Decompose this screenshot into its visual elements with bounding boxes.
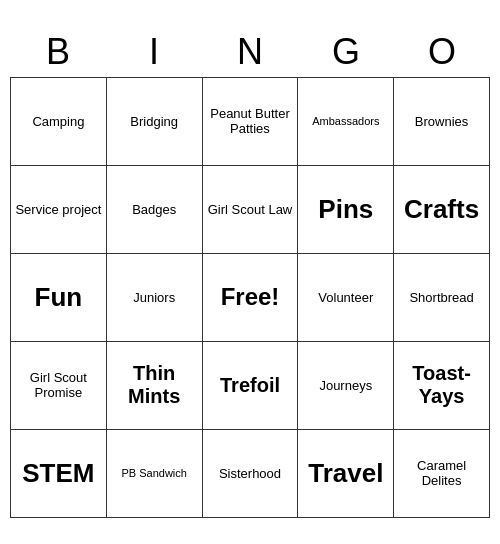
bingo-letter-n: N [206, 31, 294, 73]
grid-cell-1-4: Crafts [394, 165, 490, 253]
grid-cell-0-3: Ambassadors [298, 77, 394, 165]
grid-row-4: STEMPB SandwichSisterhoodTravelCaramel D… [11, 429, 490, 517]
bingo-card: BINGO CampingBridgingPeanut Butter Patti… [10, 27, 490, 518]
grid-cell-4-0: STEM [11, 429, 107, 517]
grid-cell-3-0: Girl Scout Promise [11, 341, 107, 429]
grid-cell-3-3: Journeys [298, 341, 394, 429]
bingo-header: BINGO [10, 27, 490, 77]
bingo-grid: CampingBridgingPeanut Butter PattiesAmba… [10, 77, 490, 518]
grid-cell-0-2: Peanut Butter Patties [202, 77, 298, 165]
grid-cell-1-1: Badges [106, 165, 202, 253]
grid-cell-2-3: Volunteer [298, 253, 394, 341]
grid-cell-1-0: Service project [11, 165, 107, 253]
grid-cell-1-2: Girl Scout Law [202, 165, 298, 253]
grid-cell-4-4: Caramel Delites [394, 429, 490, 517]
grid-row-0: CampingBridgingPeanut Butter PattiesAmba… [11, 77, 490, 165]
grid-cell-0-0: Camping [11, 77, 107, 165]
grid-row-3: Girl Scout PromiseThin MintsTrefoilJourn… [11, 341, 490, 429]
bingo-letter-i: I [110, 31, 198, 73]
grid-cell-1-3: Pins [298, 165, 394, 253]
grid-cell-4-2: Sisterhood [202, 429, 298, 517]
grid-row-2: FunJuniorsFree!VolunteerShortbread [11, 253, 490, 341]
grid-cell-2-1: Juniors [106, 253, 202, 341]
bingo-letter-g: G [302, 31, 390, 73]
grid-cell-4-3: Travel [298, 429, 394, 517]
grid-cell-3-2: Trefoil [202, 341, 298, 429]
grid-cell-3-1: Thin Mints [106, 341, 202, 429]
bingo-letter-b: B [14, 31, 102, 73]
grid-cell-3-4: Toast-Yays [394, 341, 490, 429]
grid-cell-2-2: Free! [202, 253, 298, 341]
grid-cell-0-4: Brownies [394, 77, 490, 165]
grid-cell-4-1: PB Sandwich [106, 429, 202, 517]
bingo-letter-o: O [398, 31, 486, 73]
grid-cell-2-4: Shortbread [394, 253, 490, 341]
grid-cell-2-0: Fun [11, 253, 107, 341]
grid-cell-0-1: Bridging [106, 77, 202, 165]
grid-row-1: Service projectBadgesGirl Scout LawPinsC… [11, 165, 490, 253]
